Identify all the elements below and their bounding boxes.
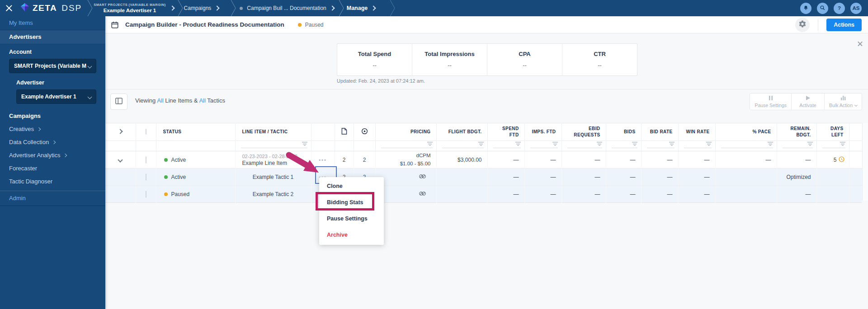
- activate-button[interactable]: Activate: [792, 94, 825, 110]
- spend-ftd-cell: —: [487, 151, 524, 169]
- row-menu-button[interactable]: •••: [319, 157, 327, 163]
- column-header-creatives[interactable]: [335, 123, 354, 141]
- stats-panel: Total Spend -- Total Impressions -- CPA …: [105, 33, 868, 89]
- table-toolbar: Viewing All Line Items & All Tactics Pau…: [105, 89, 868, 124]
- column-filter[interactable]: [442, 141, 484, 148]
- column-filter[interactable]: [721, 141, 773, 148]
- column-header-spacer: [849, 123, 862, 141]
- filter-icon: [302, 142, 307, 146]
- settings-button[interactable]: [795, 18, 810, 32]
- days-left-cell: 5: [817, 156, 849, 164]
- bulk-action-group: Pause Settings Activate Bulk Action: [750, 93, 862, 110]
- viewing-filter-summary[interactable]: Viewing All Line Items & All Tactics: [135, 97, 225, 104]
- table-row-tactic-1[interactable]: Active Example Tactic 1 ••• 2 2 — — — — …: [105, 169, 862, 186]
- column-header-spend-ftd[interactable]: SPENDFTD: [487, 123, 524, 141]
- breadcrumb-separator: [86, 0, 94, 16]
- column-header-pricing[interactable]: PRICING: [375, 123, 436, 141]
- select-all-checkbox[interactable]: [146, 129, 146, 135]
- row-checkbox[interactable]: [146, 191, 146, 198]
- column-header-bids[interactable]: BIDS: [606, 123, 641, 141]
- zeta-dsp-logo[interactable]: ZETA DSP: [20, 2, 82, 14]
- close-icon[interactable]: [5, 4, 14, 13]
- sidebar-item-my-items[interactable]: My Items: [0, 16, 105, 30]
- breadcrumb-campaign-builder[interactable]: Campaign Buil ... Documentation: [240, 5, 334, 11]
- tactic-name[interactable]: Example Tactic 2: [235, 186, 311, 203]
- view-options-button[interactable]: [110, 94, 127, 110]
- menu-item-bidding-stats[interactable]: Bidding Stats: [319, 194, 384, 211]
- column-filter[interactable]: [822, 141, 845, 148]
- close-stats-icon[interactable]: [857, 41, 863, 47]
- pause-settings-button[interactable]: Pause Settings: [750, 94, 792, 110]
- breadcrumb-campaigns[interactable]: Campaigns: [184, 5, 219, 11]
- column-filter[interactable]: [530, 141, 558, 148]
- column-header-imps-ftd[interactable]: IMPS. FTD: [524, 123, 561, 141]
- row-expander[interactable]: [105, 151, 136, 169]
- column-header-remaining-budget[interactable]: REMAIN.BDGT.: [777, 123, 816, 141]
- sidebar-item-admin[interactable]: Admin: [0, 191, 105, 206]
- advertiser-label: Advertiser: [16, 80, 96, 86]
- column-filter[interactable]: [241, 141, 307, 148]
- creatives-count[interactable]: 2: [335, 151, 354, 169]
- remaining-budget-cell: —: [777, 151, 816, 169]
- pace-cell: [715, 186, 777, 203]
- column-header-pace[interactable]: % PACE: [715, 123, 777, 141]
- column-filter[interactable]: [684, 141, 712, 148]
- column-header-bid-rate[interactable]: BID RATE: [641, 123, 678, 141]
- ebid-requests-cell: —: [561, 169, 606, 186]
- search-button[interactable]: [817, 3, 828, 14]
- column-filter[interactable]: [612, 141, 637, 148]
- all-line-items-link[interactable]: All: [157, 97, 163, 104]
- menu-item-archive[interactable]: Archive: [319, 227, 384, 243]
- sidebar-item-creatives[interactable]: Creatives: [0, 122, 105, 136]
- updated-timestamp: Updated: Feb. 24, 2023 at 07:24:12 am.: [337, 78, 425, 84]
- column-header-ebid-requests[interactable]: EBIDREQUESTS: [561, 123, 606, 141]
- expand-all-header[interactable]: [105, 123, 136, 141]
- menu-item-pause-settings[interactable]: Pause Settings: [319, 211, 384, 227]
- column-header-line-item-tactic[interactable]: LINE ITEM / TACTIC: [235, 123, 311, 141]
- help-button[interactable]: ?: [834, 3, 845, 14]
- column-filter[interactable]: [381, 141, 433, 148]
- column-header-days-left[interactable]: DAYSLEFT: [816, 123, 849, 141]
- menu-item-clone[interactable]: Clone: [319, 178, 384, 194]
- imps-ftd-cell: —: [524, 186, 561, 203]
- sidebar-item-advertiser-analytics[interactable]: Advertiser Analytics: [0, 149, 105, 162]
- sidebar-item-forecaster[interactable]: Forecaster: [0, 162, 105, 175]
- line-item-name-cell[interactable]: 02-23-2023 - 02-28-2023 Example Line Ite…: [235, 151, 311, 169]
- all-tactics-link[interactable]: All: [199, 97, 205, 104]
- avatar[interactable]: AS: [850, 3, 862, 14]
- actions-button[interactable]: Actions: [826, 19, 862, 31]
- bid-rate-cell: —: [641, 151, 678, 169]
- advertiser-select[interactable]: Example Advertiser 1: [16, 89, 96, 104]
- column-filter[interactable]: [493, 141, 521, 148]
- column-header-win-rate[interactable]: WIN RATE: [678, 123, 715, 141]
- column-filter[interactable]: [783, 141, 813, 148]
- select-all-header[interactable]: [136, 123, 156, 141]
- row-checkbox[interactable]: [146, 173, 146, 181]
- targeting-count[interactable]: 2: [354, 151, 375, 169]
- column-header-flight-budget[interactable]: FLIGHT BDGT.: [436, 123, 487, 141]
- table-row-line-item[interactable]: Active 02-23-2023 - 02-28-2023 Example L…: [105, 151, 862, 169]
- column-header-targeting[interactable]: [354, 123, 375, 141]
- sidebar-item-data-collection[interactable]: Data Collection: [0, 136, 105, 149]
- sidebar-item-campaigns[interactable]: Campaigns: [0, 109, 105, 122]
- context-menu: Clone Bidding Stats Pause Settings Archi…: [319, 177, 384, 245]
- chevron-right-icon: [37, 127, 41, 131]
- account-select[interactable]: SMART Projects (Variable M: [9, 59, 96, 73]
- bids-cell: —: [606, 169, 641, 186]
- vertical-scrollbar[interactable]: [862, 123, 868, 201]
- column-header-status[interactable]: STATUS: [156, 123, 235, 141]
- column-filter[interactable]: [567, 141, 602, 148]
- linked-pricing-icon: [419, 191, 426, 197]
- top-bar: ZETA DSP SMART PROJECTS (VARIABLE MARGIN…: [0, 0, 868, 16]
- sidebar-item-tactic-diagnoser[interactable]: Tactic Diagnoser: [0, 175, 105, 188]
- bid-rate-cell: —: [641, 186, 678, 203]
- column-filter[interactable]: [647, 141, 675, 148]
- sidebar-item-advertisers[interactable]: Advertisers: [0, 30, 105, 44]
- breadcrumb-manage[interactable]: Manage: [347, 5, 376, 11]
- notifications-button[interactable]: [800, 3, 811, 14]
- bulk-action-button[interactable]: Bulk Action: [825, 94, 862, 110]
- tactic-name[interactable]: Example Tactic 1: [235, 169, 311, 186]
- table-row-tactic-2[interactable]: Paused Example Tactic 2 — — — — — —: [105, 186, 862, 203]
- row-checkbox[interactable]: [146, 156, 146, 164]
- breadcrumb-advertiser[interactable]: SMART PROJECTS (VARIABLE MARGIN) Example…: [94, 3, 165, 14]
